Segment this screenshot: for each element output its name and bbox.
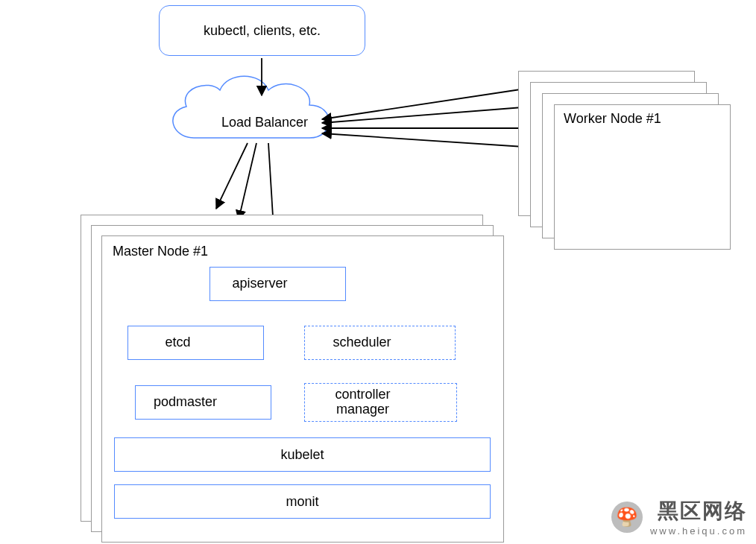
clients-box: kubectl, clients, etc. [159, 5, 365, 56]
component-apiserver: apiserver [210, 267, 346, 301]
watermark-sub: www.heiqu.com [650, 525, 747, 537]
kubelet-label: kubelet [280, 447, 324, 463]
monit-label: monit [286, 494, 318, 510]
apiserver-label: apiserver [210, 276, 309, 291]
watermark: 🍄 黑区网络 www.heiqu.com [611, 497, 747, 537]
load-balancer-label: Load Balancer [209, 115, 321, 130]
scheduler-label: scheduler [305, 335, 419, 350]
component-kubelet: kubelet [114, 437, 491, 472]
component-scheduler: scheduler [304, 326, 456, 360]
worker-node-front: Worker Node #1 [554, 104, 731, 250]
podmaster-label: podmaster [136, 395, 235, 410]
controller-label: controller manager [305, 388, 420, 417]
component-etcd: etcd [127, 326, 264, 360]
clients-label: kubectl, clients, etc. [204, 23, 321, 39]
component-controller-manager: controller manager [304, 383, 457, 422]
mushroom-icon: 🍄 [611, 502, 643, 533]
svg-line-18 [239, 143, 256, 220]
component-podmaster: podmaster [135, 385, 271, 420]
master-node-title: Master Node #1 [113, 244, 208, 259]
watermark-main: 黑区网络 [658, 497, 747, 525]
worker-node-title: Worker Node #1 [564, 111, 661, 127]
etcd-label: etcd [128, 335, 227, 350]
component-monit: monit [114, 484, 491, 519]
